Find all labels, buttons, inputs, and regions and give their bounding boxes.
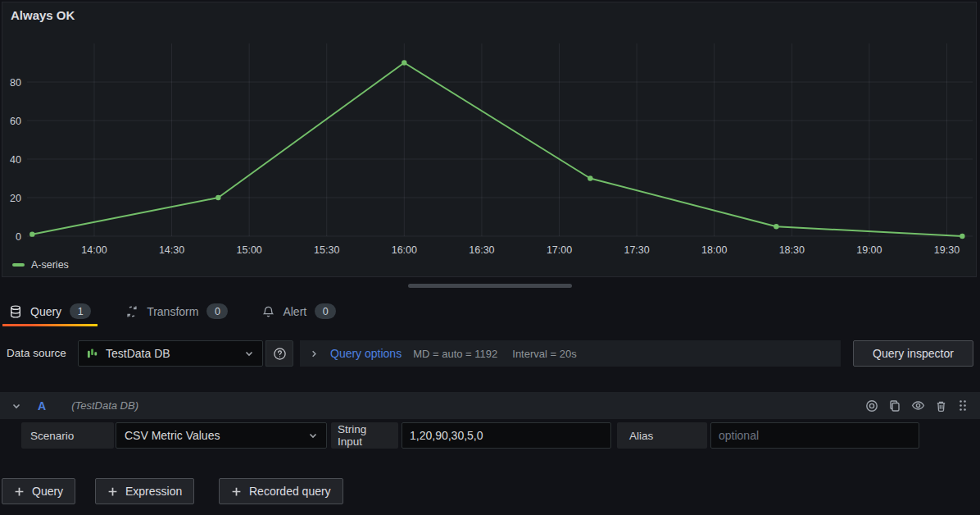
- grafana-panel-editor: Always OK 14:0014:3015:0015:3016:0016:30…: [0, 0, 980, 515]
- tab-transform[interactable]: Transform 0: [123, 296, 230, 326]
- duplicate-query-icon[interactable]: [888, 399, 901, 412]
- svg-text:18:00: 18:00: [701, 244, 727, 256]
- svg-text:14:30: 14:30: [159, 244, 184, 256]
- chevron-down-icon: [308, 431, 318, 440]
- timeseries-panel: Always OK 14:0014:3015:0015:3016:0016:30…: [2, 2, 977, 277]
- query-options-bar: Query options MD = auto = 1192 Interval …: [300, 340, 841, 367]
- chevron-down-icon[interactable]: [11, 401, 21, 411]
- alias-field-label: Alias: [617, 422, 707, 449]
- string-input-field-label: String Input: [331, 422, 398, 449]
- transform-icon: [125, 305, 138, 318]
- query-options-md: MD = auto = 1192: [413, 348, 497, 360]
- query-options-toggle[interactable]: Query options: [310, 347, 402, 360]
- query-row-header[interactable]: A (TestData DB): [0, 392, 980, 419]
- delete-query-icon[interactable]: [935, 399, 947, 412]
- svg-text:19:30: 19:30: [934, 244, 960, 256]
- chevron-right-icon: [310, 349, 319, 358]
- plus-icon: [107, 486, 118, 497]
- svg-text:20: 20: [10, 193, 21, 204]
- drag-handle-icon[interactable]: [957, 399, 969, 412]
- svg-text:15:00: 15:00: [237, 244, 262, 256]
- string-input-field[interactable]: [402, 422, 611, 449]
- tab-query[interactable]: Query 1: [7, 296, 93, 326]
- query-datasource-hint: (TestData DB): [71, 399, 138, 412]
- add-recorded-query-button[interactable]: Recorded query: [219, 478, 343, 504]
- legend-series-swatch: [12, 263, 25, 267]
- pane-resize-handle[interactable]: [408, 284, 572, 288]
- tab-transform-label: Transform: [147, 305, 198, 318]
- datasource-label: Data source: [7, 340, 66, 367]
- add-query-label: Query: [32, 485, 63, 498]
- svg-text:80: 80: [10, 77, 21, 89]
- svg-text:18:30: 18:30: [779, 244, 805, 256]
- svg-text:0: 0: [16, 231, 21, 243]
- svg-text:17:30: 17:30: [624, 244, 649, 256]
- tab-alert[interactable]: Alert 0: [260, 296, 338, 326]
- chart-legend[interactable]: A-series: [12, 259, 69, 271]
- chevron-down-icon: [244, 349, 254, 358]
- bell-icon: [262, 305, 274, 318]
- add-expression-label: Expression: [125, 485, 182, 498]
- hide-query-icon[interactable]: [911, 399, 925, 412]
- svg-text:40: 40: [10, 154, 21, 166]
- record-query-icon[interactable]: [865, 399, 878, 412]
- plus-icon: [231, 486, 242, 497]
- tab-alert-label: Alert: [283, 305, 306, 318]
- tab-query-label: Query: [30, 305, 61, 318]
- tab-query-count: 1: [70, 303, 91, 319]
- svg-text:16:30: 16:30: [469, 244, 494, 256]
- query-options-interval: Interval = 20s: [512, 348, 576, 360]
- scenario-select[interactable]: CSV Metric Values: [116, 422, 327, 449]
- svg-text:14:00: 14:00: [81, 244, 107, 256]
- datasource-help-button[interactable]: [265, 340, 293, 367]
- query-row-actions: [865, 399, 969, 412]
- query-inspector-label: Query inspector: [873, 347, 954, 360]
- scenario-select-value: CSV Metric Values: [125, 429, 220, 442]
- datasource-picker[interactable]: TestData DB: [78, 340, 263, 367]
- datasource-picker-value: TestData DB: [106, 347, 170, 360]
- plus-icon: [14, 486, 25, 497]
- add-query-button[interactable]: Query: [2, 478, 75, 504]
- add-expression-button[interactable]: Expression: [95, 478, 194, 504]
- query-options-label: Query options: [330, 347, 402, 360]
- svg-text:19:00: 19:00: [856, 244, 882, 256]
- svg-text:15:30: 15:30: [314, 244, 339, 256]
- editor-tabbar: Query 1 Transform 0 Alert: [7, 296, 338, 326]
- tab-transform-count: 0: [206, 303, 228, 319]
- legend-series-label: A-series: [31, 259, 69, 271]
- database-icon: [9, 305, 22, 318]
- query-inspector-button[interactable]: Query inspector: [853, 340, 973, 367]
- query-ref-id[interactable]: A: [38, 399, 46, 412]
- svg-text:17:00: 17:00: [547, 244, 572, 256]
- add-recorded-query-label: Recorded query: [249, 485, 331, 498]
- testdata-datasource-icon: [87, 348, 99, 360]
- scenario-field-label: Scenario: [21, 422, 114, 449]
- tab-alert-count: 0: [315, 303, 336, 319]
- timeseries-chart[interactable]: 14:0014:3015:0015:3016:0016:3017:0017:30…: [2, 2, 976, 276]
- svg-text:16:00: 16:00: [392, 244, 417, 256]
- alias-field[interactable]: [710, 422, 919, 449]
- svg-text:60: 60: [10, 116, 21, 127]
